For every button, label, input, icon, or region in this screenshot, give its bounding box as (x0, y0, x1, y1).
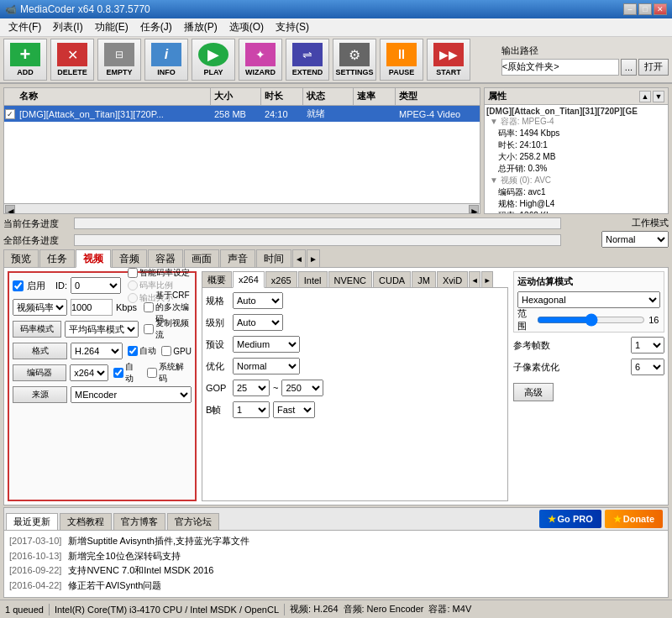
add-button[interactable]: + ADD (3, 39, 47, 81)
enable-checkbox[interactable] (13, 280, 24, 291)
news-tab-forum[interactable]: 官方论坛 (167, 513, 219, 530)
maximize-button[interactable]: □ (638, 3, 652, 15)
auto2-checkbox[interactable] (113, 368, 123, 378)
encoder-button[interactable]: 编码器 (13, 364, 66, 381)
prop-scroll-up[interactable]: ▲ (639, 91, 651, 102)
sub-tab-x264[interactable]: x264 (233, 271, 265, 288)
news-section: 最近更新 文档教程 官方博客 官方论坛 ★ Go PRO ★ Donate [2… (3, 507, 669, 598)
go-pro-button[interactable]: ★ Go PRO (539, 510, 601, 528)
range-slider[interactable] (537, 314, 645, 326)
sub-tab-overview[interactable]: 概要 (202, 271, 232, 288)
optimize-select[interactable]: Normal PSNR SSIM (233, 358, 300, 374)
encoder-select[interactable]: x264 (70, 364, 108, 381)
settings-button[interactable]: ⚙ SETTINGS (333, 39, 376, 81)
tab-audio[interactable]: 音频 (112, 249, 147, 268)
menu-list[interactable]: 列表(I) (48, 18, 87, 36)
news-tab-updates[interactable]: 最近更新 (6, 513, 58, 530)
close-button[interactable]: ✕ (654, 3, 667, 15)
tab-video[interactable]: 视频 (76, 249, 111, 268)
browse-button[interactable]: ... (621, 59, 637, 76)
start-button[interactable]: ▶▶ START (427, 39, 470, 81)
pause-button[interactable]: ⏸ PAUSE (380, 39, 423, 81)
source-select[interactable]: MEncoder (71, 386, 192, 403)
minimize-button[interactable]: – (623, 3, 637, 15)
scroll-right[interactable]: ► (469, 205, 479, 213)
properties-title: 属性 (488, 90, 507, 102)
bframe-label: B帧 (206, 404, 229, 416)
wizard-button[interactable]: ✦ WIZARD (239, 39, 282, 81)
preset-select[interactable]: Ultrafast Fast Medium Slow (233, 336, 300, 353)
col-size: 大小 (211, 88, 261, 105)
news-tab-blog[interactable]: 官方博客 (113, 513, 165, 530)
tab-nav-next[interactable]: ► (307, 249, 320, 268)
ref-select[interactable]: 1 (631, 337, 664, 354)
sub-tab-intel[interactable]: Intel (298, 271, 328, 288)
gop-max-select[interactable]: 250 (281, 380, 323, 396)
play-button[interactable]: ▶ PLAY (192, 39, 235, 81)
menu-play[interactable]: 播放(P) (179, 18, 223, 36)
sys-decode-checkbox[interactable] (147, 368, 157, 378)
crf-checkbox[interactable] (144, 302, 154, 312)
auto1-checkbox[interactable] (128, 346, 138, 356)
work-mode-select[interactable]: Normal Fast Slow (601, 231, 669, 248)
scroll-left[interactable]: ◄ (5, 205, 15, 213)
status-bar: 1 queued Intel(R) Core(TM) i3-4170 CPU /… (0, 600, 672, 618)
bframe-select[interactable]: 1 (233, 401, 270, 418)
sub-tab-nav-prev[interactable]: ◄ (469, 271, 480, 288)
tab-preview[interactable]: 预览 (3, 249, 39, 268)
table-row[interactable]: ✓ [DMG][Attack_on_Titan][31][720P... 258… (4, 106, 480, 122)
delete-button[interactable]: ✕ DELETE (50, 39, 94, 81)
donate-button[interactable]: ★ Donate (605, 510, 663, 528)
menu-options[interactable]: 选项(O) (224, 18, 269, 36)
sub-tab-xvid[interactable]: XviD (437, 271, 468, 288)
copy-stream-checkbox[interactable] (144, 324, 154, 334)
menu-file[interactable]: 文件(F) (3, 18, 46, 36)
extend-button[interactable]: ⇌ EXTEND (286, 39, 329, 81)
bitrate-mode-button[interactable]: 码率模式 (13, 321, 61, 338)
open-button[interactable]: 打开 (638, 59, 669, 76)
sub-tab-nvenc[interactable]: NVENC (328, 271, 373, 288)
sub-tab-jm[interactable]: JM (412, 271, 436, 288)
tab-task[interactable]: 任务 (39, 249, 75, 268)
id-select[interactable]: 0 (71, 277, 121, 294)
gop-select[interactable]: 25 (233, 380, 270, 396)
prop-scroll-down[interactable]: ▼ (653, 91, 664, 102)
tab-sound[interactable]: 声音 (220, 249, 255, 268)
motion-est-select[interactable]: Hexagonal (517, 291, 660, 308)
bitrate-ratio-radio[interactable] (128, 280, 138, 291)
menu-function[interactable]: 功能(E) (90, 18, 134, 36)
level-select[interactable]: Auto (233, 314, 283, 331)
format-select[interactable]: H.264 (71, 343, 123, 359)
info-button[interactable]: i INFO (144, 39, 188, 81)
subpixel-select[interactable]: 6 (631, 359, 664, 375)
tab-container[interactable]: 容器 (148, 249, 183, 268)
sub-tab-cuda[interactable]: CUDA (373, 271, 411, 288)
video-settings-panel: 启用 ID: 0 智能码率设定 码率比例 (8, 271, 197, 501)
video-rate-select[interactable]: 视频码率 (13, 299, 67, 316)
output-path-input[interactable] (501, 59, 619, 76)
tab-picture[interactable]: 画面 (184, 249, 219, 268)
range-value: 16 (648, 315, 660, 325)
sub-tab-nav-next[interactable]: ► (481, 271, 493, 288)
menu-task[interactable]: 任务(J) (135, 18, 177, 36)
source-button[interactable]: 来源 (13, 386, 67, 403)
advanced-button[interactable]: 高级 (513, 383, 554, 401)
tab-time[interactable]: 时间 (256, 249, 291, 268)
subpixel-label: 子像素优化 (513, 361, 627, 374)
format-button[interactable]: 格式 (13, 343, 67, 359)
gpu-checkbox[interactable] (161, 346, 171, 356)
news-tab-docs[interactable]: 文档教程 (60, 513, 112, 530)
bframe-mode-select[interactable]: Fast (273, 401, 315, 418)
menu-support[interactable]: 支持(S) (270, 18, 314, 36)
bitrate-mode-select[interactable]: 平均码率模式 (65, 321, 139, 338)
id-label: ID: (55, 280, 67, 291)
sub-tab-x265[interactable]: x265 (265, 271, 297, 288)
output-label: 输出路径 (501, 45, 538, 57)
smart-bitrate-checkbox[interactable] (128, 268, 138, 278)
rate-input[interactable] (71, 299, 113, 316)
spec-select[interactable]: Auto Baseline Main High (233, 292, 283, 309)
range-label: 范围 (517, 307, 533, 333)
tab-nav-prev[interactable]: ◄ (292, 249, 306, 268)
empty-button[interactable]: ⊟ EMPTY (97, 39, 141, 81)
preset-label: 预设 (206, 338, 229, 351)
